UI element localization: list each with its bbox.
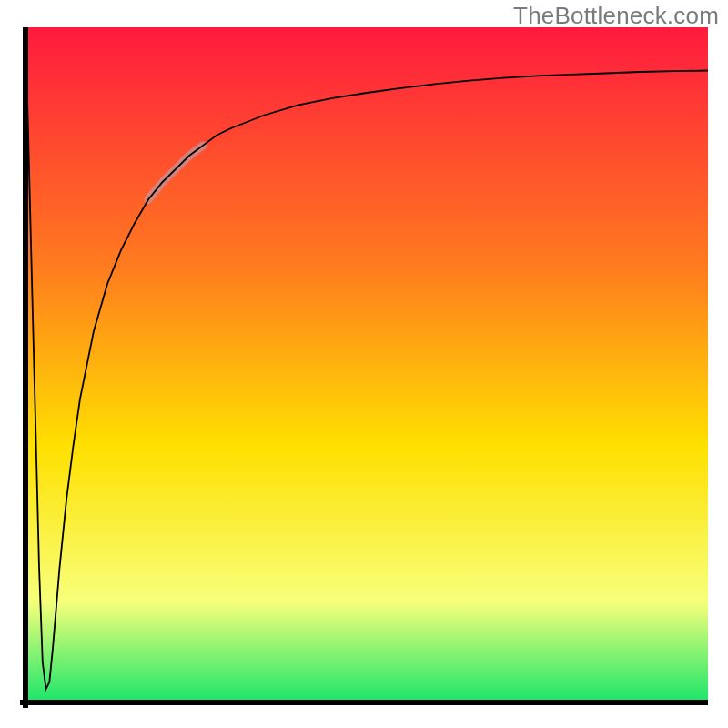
chart-container: TheBottleneck.com: [0, 0, 728, 728]
plot-area: [20, 27, 708, 708]
chart-svg: [20, 27, 708, 708]
background-gradient: [25, 27, 708, 703]
watermark-text: TheBottleneck.com: [513, 2, 719, 30]
